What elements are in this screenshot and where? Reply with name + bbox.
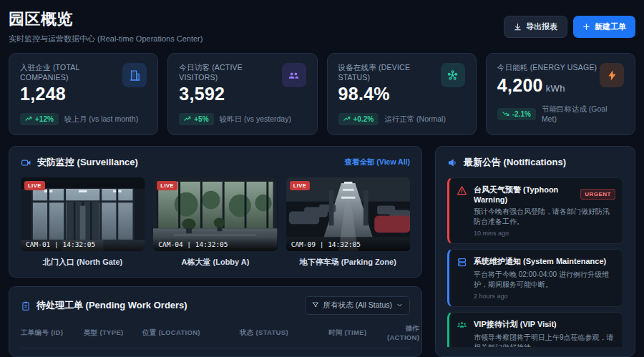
notifications-panel: 最新公告 (Notifications) 台风天气预警 (Typhoon War… — [435, 146, 635, 357]
users-icon — [282, 63, 306, 87]
urgent-badge: URGENT — [580, 189, 615, 200]
status-filter-value: 所有状态 (All Status) — [323, 300, 392, 310]
plus-icon — [582, 23, 590, 31]
megaphone-icon — [447, 157, 458, 168]
dashboard-page: 园区概览 实时监控与运营数据中心 (Real-time Operations C… — [0, 0, 644, 357]
surveillance-title: 安防监控 (Surveillance) — [37, 156, 138, 169]
col-header-location: 位置 (LOCATION) — [142, 328, 235, 338]
notification-typhoon[interactable]: 台风天气预警 (Typhoon Warning) URGENT 预计今晚有强台风… — [447, 177, 623, 244]
building-icon — [122, 63, 147, 87]
camera-feed-parking[interactable]: LIVE CAM-09 | 14:32:05 — [286, 177, 410, 251]
delta-badge: -2.1% — [497, 108, 536, 120]
work-orders-table: 工单编号 (ID) 类型 (TYPE) 位置 (LOCATION) 状态 (ST… — [21, 324, 410, 357]
stats-row: 入驻企业 (TOTAL COMPANIES) 1,248 +12% 较上月 (v… — [9, 53, 635, 135]
stat-value: 1,248 — [20, 84, 122, 104]
camera-feed-lobby-a[interactable]: LIVE CAM-04 | 14:32:05 — [153, 177, 277, 251]
trend-up-icon — [25, 115, 32, 123]
status-filter-dropdown[interactable]: 所有状态 (All Status) — [305, 296, 410, 315]
stat-card-visitors: 今日访客 (ACTIVE VISITORS) 3,592 +5% 较昨日 (vs… — [167, 53, 317, 135]
export-report-button[interactable]: 导出报表 — [504, 16, 567, 38]
notifications-list: 台风天气预警 (Typhoon Warning) URGENT 预计今晚有强台风… — [447, 177, 623, 347]
camera-card: LIVE CAM-01 | 14:32:05 北门入口 (North Gate) — [21, 177, 145, 268]
delta-badge: +12% — [20, 113, 59, 125]
new-work-order-button[interactable]: 新建工单 — [573, 16, 635, 38]
notification-body: 市领导考察团将于明日上午9点莅临参观，请相关部门做好接待。 — [474, 333, 615, 347]
stat-note: 节能目标达成 (Goal Met) — [542, 104, 624, 123]
notification-time: 2 hours ago — [474, 293, 615, 300]
col-header-time: 时间 (TIME) — [328, 328, 383, 338]
stat-label: 今日能耗 (ENERGY USAGE) — [497, 63, 597, 73]
stat-card-devices: 设备在线率 (DEVICE STATUS) 98.4% +0.2% 运行正常 (… — [327, 53, 477, 135]
download-icon — [514, 23, 522, 31]
stat-label: 设备在线率 (DEVICE STATUS) — [338, 63, 441, 82]
notification-maintenance[interactable]: 系统维护通知 (System Maintenance) 平台将于今晚 02:00… — [447, 249, 623, 307]
notification-title: 台风天气预警 (Typhoon Warning) — [474, 185, 576, 204]
trend-down-icon — [502, 110, 509, 118]
clipboard-icon — [21, 300, 31, 311]
camera-feed-north-gate[interactable]: LIVE CAM-01 | 14:32:05 — [21, 177, 145, 251]
stat-value: 4,200kWh — [497, 75, 597, 96]
new-work-order-label: 新建工单 — [595, 21, 626, 32]
table-header-row: 工单编号 (ID) 类型 (TYPE) 位置 (LOCATION) 状态 (ST… — [21, 324, 410, 348]
live-badge: LIVE — [290, 181, 311, 190]
chevron-down-icon — [396, 301, 403, 310]
camera-label: A栋大堂 (Lobby A) — [153, 257, 277, 268]
page-title: 园区概览 — [9, 9, 203, 30]
stat-note: 较昨日 (vs yesterday) — [220, 114, 291, 124]
surveillance-panel: 安防监控 (Surveillance) 查看全部 (View All) — [9, 146, 422, 278]
header-titles: 园区概览 实时监控与运营数据中心 (Real-time Operations C… — [9, 9, 203, 44]
view-all-link[interactable]: 查看全部 (View All) — [344, 157, 410, 167]
work-orders-panel: 待处理工单 (Pending Work Orders) 所有状态 (All St… — [9, 286, 422, 357]
stat-value: 98.4% — [338, 84, 441, 104]
notification-title: VIP接待计划 (VIP Visit) — [474, 319, 557, 330]
camera-grid: LIVE CAM-01 | 14:32:05 北门入口 (North Gate) — [21, 177, 410, 268]
video-camera-icon — [21, 157, 31, 168]
col-header-status: 状态 (STATUS) — [240, 328, 324, 338]
col-header-type: 类型 (TYPE) — [84, 328, 138, 338]
notification-body: 平台将于今晚 02:00-04:00 进行例行升级维护，期间服务可能中断。 — [474, 270, 615, 289]
delta-badge: +0.2% — [338, 113, 379, 125]
table-row[interactable]: #WO-2023001 设施维修 3号楼电梯 (Elevator B3) 待处理… — [21, 348, 410, 357]
header-actions: 导出报表 新建工单 — [504, 16, 635, 38]
stat-note: 较上月 (vs last month) — [64, 114, 138, 124]
col-header-id: 工单编号 (ID) — [21, 328, 79, 338]
notification-time: 10 mins ago — [474, 230, 615, 237]
camera-label: 北门入口 (North Gate) — [21, 257, 145, 268]
delta-badge: +5% — [179, 113, 213, 125]
notification-title: 系统维护通知 (System Maintenance) — [474, 256, 606, 267]
work-orders-title: 待处理工单 (Pending Work Orders) — [36, 299, 187, 312]
notifications-title: 最新公告 (Notifications) — [464, 156, 566, 169]
bolt-icon — [600, 63, 624, 87]
stat-label: 今日访客 (ACTIVE VISITORS) — [179, 63, 281, 82]
stat-unit: kWh — [546, 83, 565, 94]
trend-up-icon — [343, 115, 351, 123]
stat-note: 运行正常 (Normal) — [384, 114, 446, 124]
server-icon — [457, 257, 467, 300]
camera-card: LIVE CAM-04 | 14:32:05 A栋大堂 (Lobby A) — [153, 177, 277, 268]
live-badge: LIVE — [24, 181, 45, 190]
camera-card: LIVE CAM-09 | 14:32:05 地下停车场 (Parking Zo… — [286, 177, 410, 268]
trend-up-icon — [184, 115, 191, 123]
stat-card-energy: 今日能耗 (ENERGY USAGE) 4,200kWh -2.1% 节能目标达… — [486, 53, 635, 135]
stat-label: 入驻企业 (TOTAL COMPANIES) — [20, 63, 122, 82]
export-report-label: 导出报表 — [526, 21, 557, 32]
col-header-action: 操作 (ACTION) — [387, 324, 419, 341]
top-bar: 园区概览 实时监控与运营数据中心 (Real-time Operations C… — [9, 9, 635, 44]
camera-id-timestamp: CAM-04 | 14:32:05 — [153, 238, 277, 251]
warning-triangle-icon — [457, 185, 467, 237]
stat-value: 3,592 — [179, 84, 281, 104]
camera-id-timestamp: CAM-01 | 14:32:05 — [21, 238, 145, 251]
notification-vip-visit[interactable]: VIP接待计划 (VIP Visit) 市领导考察团将于明日上午9点莅临参观，请… — [447, 312, 623, 347]
camera-id-timestamp: CAM-09 | 14:32:05 — [286, 238, 410, 251]
page-subtitle: 实时监控与运营数据中心 (Real-time Operations Center… — [9, 34, 203, 44]
nodes-icon — [441, 63, 465, 87]
group-icon — [457, 320, 467, 347]
live-badge: LIVE — [157, 181, 177, 190]
stat-card-companies: 入驻企业 (TOTAL COMPANIES) 1,248 +12% 较上月 (v… — [9, 53, 158, 135]
notification-body: 预计今晚有强台风登陆，请各部门做好防汛防台准备工作。 — [474, 207, 615, 226]
filter-icon — [312, 301, 319, 310]
camera-label: 地下停车场 (Parking Zone) — [286, 257, 410, 268]
